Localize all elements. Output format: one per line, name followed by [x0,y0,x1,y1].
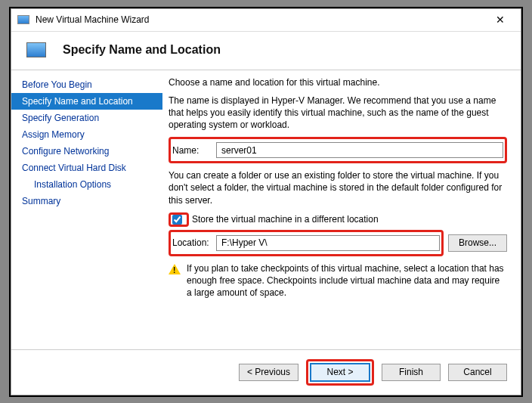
store-different-location-checkbox[interactable] [172,215,182,225]
footer-buttons: < Previous Next > Finish Cancel [11,349,521,395]
sidebar-step[interactable]: Before You Begin [11,76,162,93]
app-icon [17,15,29,24]
titlebar: New Virtual Machine Wizard ✕ [11,9,521,32]
finish-button[interactable]: Finish [382,364,441,381]
location-help-text: You can create a folder or use an existi… [169,169,507,206]
sidebar-step[interactable]: Configure Networking [11,143,162,160]
content-pane: Choose a name and location for this virt… [162,70,521,349]
next-button[interactable]: Next > [311,364,370,381]
previous-button[interactable]: < Previous [239,364,298,381]
sidebar-step[interactable]: Specify Name and Location [11,93,162,110]
browse-button[interactable]: Browse... [448,234,507,252]
warning-icon [169,264,181,274]
sidebar-step[interactable]: Assign Memory [11,126,162,143]
close-icon[interactable]: ✕ [486,10,515,29]
cancel-button[interactable]: Cancel [448,364,507,381]
wizard-window: New Virtual Machine Wizard ✕ Specify Nam… [11,8,521,395]
name-row-highlight: Name: [169,137,507,163]
name-help-text: The name is displayed in Hyper-V Manager… [169,95,507,132]
store-checkbox-highlight [169,212,189,227]
sidebar-step[interactable]: Connect Virtual Hard Disk [11,160,162,176]
wizard-steps-sidebar: Before You BeginSpecify Name and Locatio… [11,70,162,349]
warning-text: If you plan to take checkpoints of this … [187,262,507,299]
window-title: New Virtual Machine Wizard [36,14,486,25]
intro-text: Choose a name and location for this virt… [169,76,507,88]
sidebar-step[interactable]: Summary [11,193,162,209]
store-checkbox-label: Store the virtual machine in a different… [192,213,379,225]
next-button-highlight: Next > [306,359,374,386]
page-header: Specify Name and Location [11,32,521,70]
vm-icon [26,42,46,57]
page-title: Specify Name and Location [63,43,221,57]
sidebar-step[interactable]: Installation Options [11,176,162,193]
sidebar-step[interactable]: Specify Generation [11,110,162,126]
name-input[interactable] [216,142,503,158]
name-label: Name: [172,144,216,157]
location-row-highlight: Location: [169,230,444,256]
location-label: Location: [172,237,216,249]
location-input[interactable] [216,235,440,251]
